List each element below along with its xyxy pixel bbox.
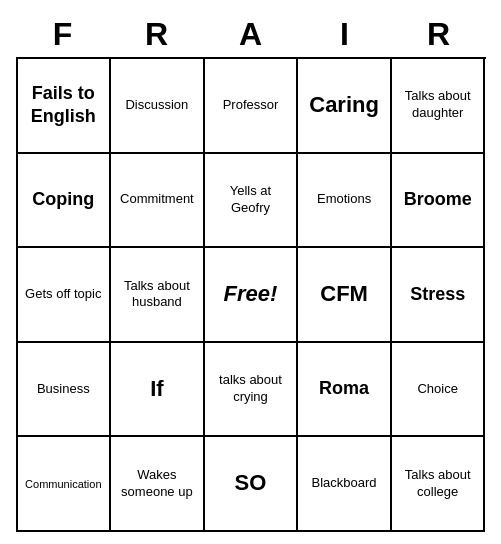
bingo-cell-18: Roma [298,343,392,438]
bingo-cell-text-22: SO [235,469,267,498]
bingo-cell-16: If [111,343,205,438]
bingo-cell-text-9: Broome [404,188,472,211]
bingo-cell-11: Talks about husband [111,248,205,343]
bingo-cell-14: Stress [392,248,486,343]
bingo-cell-4: Talks about daughter [392,59,486,154]
bingo-cell-19: Choice [392,343,486,438]
bingo-cell-8: Emotions [298,154,392,249]
bingo-cell-24: Talks about college [392,437,486,532]
bingo-cell-15: Business [18,343,112,438]
bingo-cell-13: CFM [298,248,392,343]
bingo-cell-text-17: talks about crying [209,372,293,406]
bingo-cell-text-12: Free! [224,280,278,309]
bingo-cell-1: Discussion [111,59,205,154]
bingo-cell-text-23: Blackboard [312,475,377,492]
bingo-cell-7: Yells at Geofry [205,154,299,249]
bingo-header: FRAIR [16,12,486,57]
bingo-cell-text-21: Wakes someone up [115,467,199,501]
bingo-cell-text-18: Roma [319,377,369,400]
header-letter-F-0: F [16,12,110,57]
bingo-cell-20: Communication [18,437,112,532]
header-letter-R-1: R [110,12,204,57]
bingo-cell-text-19: Choice [417,381,457,398]
bingo-cell-text-10: Gets off topic [25,286,101,303]
bingo-cell-text-20: Communication [25,477,101,491]
bingo-cell-text-2: Professor [223,97,279,114]
bingo-cell-text-14: Stress [410,283,465,306]
header-letter-I-3: I [298,12,392,57]
bingo-cell-23: Blackboard [298,437,392,532]
bingo-cell-6: Commitment [111,154,205,249]
bingo-card: FRAIR Fails to EnglishDiscussionProfesso… [16,12,486,532]
bingo-cell-text-15: Business [37,381,90,398]
bingo-cell-3: Caring [298,59,392,154]
bingo-cell-text-1: Discussion [125,97,188,114]
bingo-cell-5: Coping [18,154,112,249]
bingo-cell-text-4: Talks about daughter [396,88,480,122]
bingo-cell-9: Broome [392,154,486,249]
bingo-cell-text-13: CFM [320,280,368,309]
bingo-cell-21: Wakes someone up [111,437,205,532]
bingo-cell-text-5: Coping [32,188,94,211]
bingo-cell-text-7: Yells at Geofry [209,183,293,217]
bingo-cell-text-3: Caring [309,91,379,120]
bingo-cell-text-16: If [150,375,163,404]
bingo-cell-text-0: Fails to English [22,82,106,129]
bingo-cell-text-24: Talks about college [396,467,480,501]
header-letter-R-4: R [392,12,486,57]
bingo-cell-2: Professor [205,59,299,154]
bingo-cell-22: SO [205,437,299,532]
header-letter-A-2: A [204,12,298,57]
bingo-grid: Fails to EnglishDiscussionProfessorCarin… [16,57,486,532]
bingo-cell-text-8: Emotions [317,191,371,208]
bingo-cell-text-11: Talks about husband [115,278,199,312]
bingo-cell-12: Free! [205,248,299,343]
bingo-cell-text-6: Commitment [120,191,194,208]
bingo-cell-10: Gets off topic [18,248,112,343]
bingo-cell-0: Fails to English [18,59,112,154]
bingo-cell-17: talks about crying [205,343,299,438]
